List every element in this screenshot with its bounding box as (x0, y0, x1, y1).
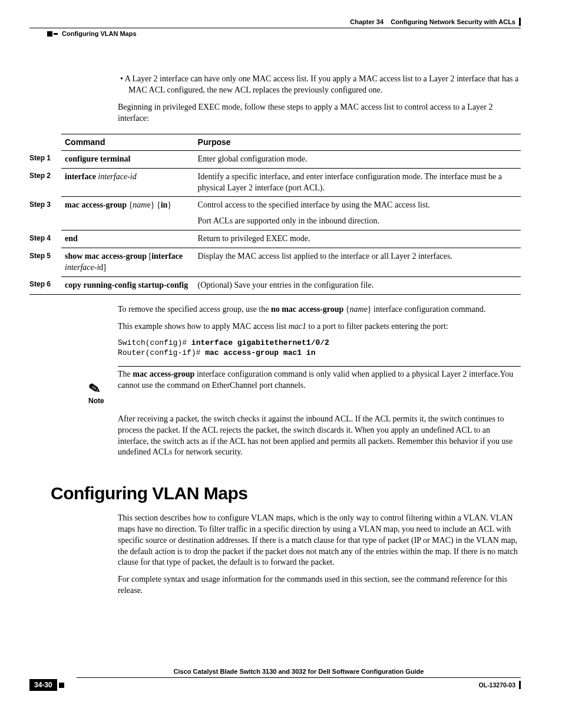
note-block: ✎ Note The mac access-group interface co… (88, 366, 521, 405)
purpose-cell: Identify a specific interface, and enter… (194, 168, 521, 197)
chapter-title: Configuring Network Security with ACLs (391, 18, 515, 25)
note-label: Note (88, 396, 115, 406)
purpose-cell: Return to privileged EXEC mode. (194, 230, 521, 248)
chapter-label: Chapter 34 (350, 18, 384, 25)
step-label: Step 5 (29, 248, 61, 277)
header-rule (29, 28, 521, 28)
col-purpose: Purpose (194, 134, 521, 150)
section-crumb: Configuring VLAN Maps (62, 30, 137, 37)
doc-number: OL-13270-03 (479, 681, 521, 689)
page-footer: Cisco Catalyst Blade Switch 3130 and 303… (29, 667, 521, 691)
running-header-right: Chapter 34 Configuring Network Security … (29, 18, 521, 27)
footer-square-icon (59, 683, 64, 688)
command-cell: mac access-group {name} {in} (61, 197, 194, 230)
note-body: The mac access-group interface configura… (118, 366, 521, 391)
purpose-cell: Display the MAC access list applied to t… (194, 248, 521, 277)
page-number: 34-30 (29, 679, 57, 691)
section-p1: This section describes how to configure … (118, 513, 521, 568)
step-label: Step 4 (29, 230, 61, 248)
col-command: Command (61, 134, 194, 150)
pencil-icon: ✎ (87, 381, 101, 397)
section-p2: For complete syntax and usage informatio… (118, 574, 521, 597)
purpose-cell: Enter global configuration mode. (194, 150, 521, 168)
purpose-cell: (Optional) Save your entries in the conf… (194, 276, 521, 294)
step-label: Step 6 (29, 276, 61, 294)
example-para: This example shows how to apply MAC acce… (118, 321, 521, 332)
running-header-left: Configuring VLAN Maps (29, 29, 521, 39)
section-heading: Configuring VLAN Maps (51, 482, 521, 506)
lead-para: Beginning in privileged EXEC mode, follo… (118, 102, 521, 124)
after-note-para: After receiving a packet, the switch che… (118, 414, 521, 459)
step-label: Step 2 (29, 168, 61, 197)
step-label: Step 3 (29, 197, 61, 230)
command-cell: configure terminal (61, 150, 194, 168)
guide-title: Cisco Catalyst Blade Switch 3130 and 303… (77, 667, 521, 678)
command-cell: interface interface-id (61, 168, 194, 197)
command-cell: show mac access-group [interface interfa… (61, 248, 194, 277)
code-block: Switch(config)# interface gigabitetherne… (118, 338, 521, 358)
steps-table: Command Purpose Step 1configure terminal… (29, 134, 521, 295)
command-cell: copy running-config startup-config (61, 276, 194, 294)
step-label: Step 1 (29, 150, 61, 168)
remove-para: To remove the specified access group, us… (118, 304, 521, 315)
svg-rect-0 (47, 31, 52, 37)
command-cell: end (61, 230, 194, 248)
svg-rect-1 (54, 33, 58, 35)
header-decor-icon (47, 30, 58, 39)
bullet-para: A Layer 2 interface can have only one MA… (128, 74, 521, 96)
purpose-cell: Control access to the specified interfac… (194, 197, 521, 230)
